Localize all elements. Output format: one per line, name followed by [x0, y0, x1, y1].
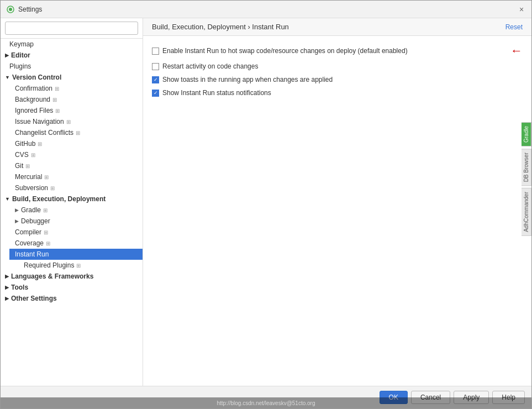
search-box — [1, 18, 143, 39]
collapse-arrow-icon: ▶ — [5, 285, 9, 290]
sidebar-item-instant-run[interactable]: Instant Run — [9, 249, 143, 260]
sidebar-item-github[interactable]: GitHub ⊞ — [9, 138, 143, 149]
option-label-show-toasts: Show toasts in the running app when chan… — [162, 76, 523, 83]
sidebar-item-confirmation[interactable]: Confirmation ⊞ — [9, 83, 143, 94]
right-panel: Build, Execution, Deployment › Instant R… — [143, 18, 531, 386]
sidebar-item-git[interactable]: Git ⊞ — [9, 160, 143, 171]
sidebar-item-required-plugins[interactable]: Required Plugins ⊞ — [9, 260, 143, 271]
sidebar-item-label: Ignored Files — [15, 107, 53, 114]
sidebar-item-mercurial[interactable]: Mercurial ⊞ — [9, 171, 143, 182]
page-icon: ⊞ — [43, 207, 48, 213]
collapse-arrow-icon: ▶ — [5, 274, 9, 279]
sidebar-item-compiler[interactable]: Compiler ⊞ — [9, 227, 143, 238]
page-icon: ⊞ — [38, 141, 42, 147]
sidebar-item-label: Build, Execution, Deployment — [12, 195, 106, 203]
page-icon: ⊞ — [55, 108, 60, 114]
sidebar-item-label: Other Settings — [11, 295, 57, 302]
page-icon: ⊞ — [50, 185, 55, 191]
version-control-children: Confirmation ⊞ Background ⊞ Ignored File… — [1, 83, 143, 193]
sidebar-item-label: Mercurial — [15, 173, 42, 181]
checkbox-show-status[interactable] — [152, 90, 159, 97]
option-row-show-toasts: Show toasts in the running app when chan… — [152, 76, 523, 83]
page-icon: ⊞ — [76, 263, 81, 269]
sidebar-item-label: CVS — [15, 151, 29, 159]
sidebar-item-tools[interactable]: ▶ Tools — [1, 282, 143, 293]
page-icon: ⊞ — [46, 240, 50, 247]
collapse-arrow-icon: ▶ — [15, 218, 19, 224]
sidebar-item-label: Editor — [11, 51, 30, 59]
sidebar-item-debugger[interactable]: ▶ Debugger — [9, 216, 143, 227]
collapse-arrow-icon: ▶ — [15, 207, 19, 213]
sidebar-item-label: Plugins — [9, 62, 138, 70]
sidebar-item-changelist-conflicts[interactable]: Changelist Conflicts ⊞ — [9, 127, 143, 138]
checkbox-show-toasts[interactable] — [152, 76, 159, 83]
checkbox-enable-instant-run[interactable] — [152, 48, 159, 55]
title-bar-left: Settings — [6, 5, 42, 14]
nav-list: Keymap ▶ Editor Plugins ▼ Version Contro… — [1, 39, 143, 386]
option-row-enable-instant-run: Enable Instant Run to hot swap code/reso… — [152, 45, 523, 57]
sidebar-item-label: Confirmation — [15, 85, 52, 92]
settings-icon — [6, 5, 15, 14]
sidebar-item-label: Gradle — [21, 206, 41, 214]
sidebar-item-label: Debugger — [21, 217, 50, 225]
page-icon: ⊞ — [55, 86, 59, 92]
panel-breadcrumb: Build, Execution, Deployment › Instant R… — [152, 23, 289, 31]
page-icon: ⊞ — [44, 229, 48, 235]
panel-header: Build, Execution, Deployment › Instant R… — [143, 18, 531, 36]
sidebar-item-label: GitHub — [15, 140, 35, 148]
sidebar-item-editor[interactable]: ▶ Editor — [1, 50, 143, 61]
sidebar-item-languages-frameworks[interactable]: ▶ Languages & Frameworks — [1, 271, 143, 282]
reset-button[interactable]: Reset — [505, 23, 523, 31]
sidebar-item-label: Subversion — [15, 184, 48, 192]
collapse-arrow-icon: ▼ — [5, 196, 10, 202]
red-arrow-icon: ← — [510, 45, 523, 57]
title-bar: Settings × — [1, 1, 531, 18]
collapse-arrow-icon: ▼ — [5, 75, 10, 80]
side-tabs: Gradle DB Browser AdhCommander — [522, 122, 531, 236]
sidebar-item-label: Issue Navigation — [15, 118, 64, 125]
sidebar-item-other-settings[interactable]: ▶ Other Settings — [1, 293, 143, 304]
settings-window: Settings × Keymap ▶ Editor — [0, 0, 532, 409]
sidebar-item-ignored-files[interactable]: Ignored Files ⊞ — [9, 105, 143, 116]
sidebar-item-background[interactable]: Background ⊞ — [9, 94, 143, 105]
sidebar-item-label: Required Plugins — [24, 261, 74, 269]
search-input[interactable] — [5, 22, 138, 35]
sidebar-item-label: Compiler — [15, 228, 41, 236]
watermark-text: http://blog.csdn.net/leaveskv@51cto.org — [217, 400, 315, 406]
gradle-side-tab[interactable]: Gradle — [522, 122, 531, 146]
sidebar-item-label: Changelist Conflicts — [15, 129, 73, 137]
page-icon: ⊞ — [66, 119, 71, 125]
sidebar-item-label: Tools — [11, 284, 28, 291]
panel-body: Enable Instant Run to hot swap code/reso… — [143, 36, 531, 386]
sidebar-item-label: Git — [15, 162, 23, 170]
sidebar-item-label: Coverage — [15, 239, 44, 247]
option-label-enable-instant-run: Enable Instant Run to hot swap code/reso… — [162, 47, 507, 55]
sidebar-item-coverage[interactable]: Coverage ⊞ — [9, 238, 143, 249]
sidebar-item-issue-navigation[interactable]: Issue Navigation ⊞ — [9, 116, 143, 127]
collapse-arrow-icon: ▶ — [5, 296, 9, 301]
close-button[interactable]: × — [517, 5, 526, 14]
sidebar-item-label: Background — [15, 96, 50, 103]
page-icon: ⊞ — [52, 97, 57, 103]
sidebar-item-plugins[interactable]: Plugins — [1, 61, 143, 72]
main-content: Keymap ▶ Editor Plugins ▼ Version Contro… — [1, 18, 531, 386]
sidebar-item-build-execution-deployment[interactable]: ▼ Build, Execution, Deployment — [1, 193, 143, 204]
sidebar-item-keymap[interactable]: Keymap — [1, 39, 143, 50]
sidebar-item-cvs[interactable]: CVS ⊞ — [9, 149, 143, 160]
page-icon: ⊞ — [31, 152, 35, 158]
build-execution-deployment-children: ▶ Gradle ⊞ ▶ Debugger Compiler ⊞ Coverag… — [1, 204, 143, 271]
adh-commander-side-tab[interactable]: AdhCommander — [522, 188, 531, 236]
sidebar-item-label: Instant Run — [15, 250, 49, 258]
sidebar: Keymap ▶ Editor Plugins ▼ Version Contro… — [1, 18, 143, 386]
sidebar-item-subversion[interactable]: Subversion ⊞ — [9, 182, 143, 193]
option-row-restart-activity: Restart activity on code changes — [152, 62, 523, 70]
option-label-restart-activity: Restart activity on code changes — [162, 62, 523, 70]
option-label-show-status: Show Instant Run status notifications — [162, 89, 523, 97]
checkbox-restart-activity[interactable] — [152, 63, 159, 70]
page-icon: ⊞ — [44, 174, 49, 180]
sidebar-item-label: Languages & Frameworks — [11, 272, 93, 280]
sidebar-item-version-control[interactable]: ▼ Version Control — [1, 72, 143, 83]
collapse-arrow-icon: ▶ — [5, 53, 9, 58]
db-browser-side-tab[interactable]: DB Browser — [522, 149, 531, 186]
sidebar-item-gradle[interactable]: ▶ Gradle ⊞ — [9, 204, 143, 216]
